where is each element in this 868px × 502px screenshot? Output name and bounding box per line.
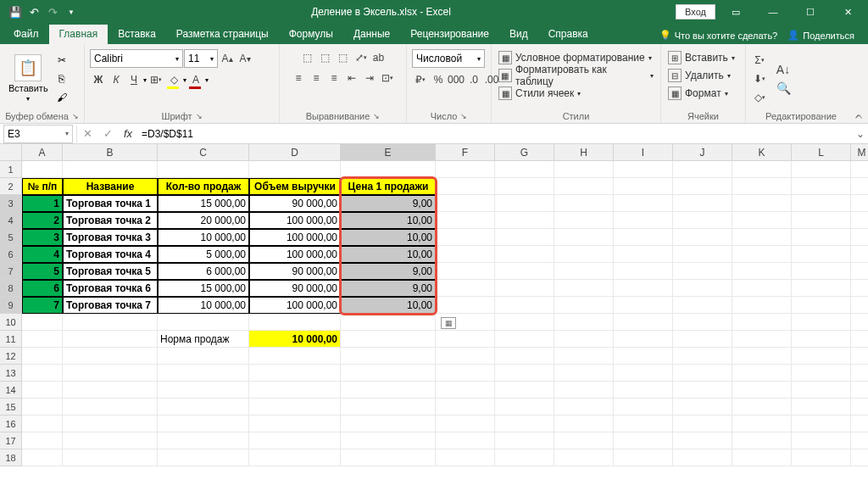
cell[interactable]	[673, 416, 732, 432]
cell[interactable]	[436, 365, 495, 382]
cut-icon[interactable]: ✂	[53, 52, 70, 69]
redo-icon[interactable]: ↷	[46, 5, 59, 19]
decrease-font-icon[interactable]: A▾	[236, 50, 253, 67]
login-button[interactable]: Вход	[676, 4, 715, 20]
cell[interactable]	[851, 229, 868, 246]
font-family-select[interactable]: Calibri▾	[90, 49, 183, 68]
cell[interactable]	[792, 280, 851, 297]
cell[interactable]	[792, 229, 851, 246]
cell[interactable]	[63, 331, 158, 348]
cell[interactable]	[554, 178, 614, 195]
cell[interactable]	[436, 263, 495, 280]
insert-cells-button[interactable]: ⊞Вставить▾	[666, 49, 737, 66]
paste-button[interactable]: 📋 Вставить ▾	[5, 53, 52, 104]
cell[interactable]	[554, 348, 614, 365]
font-launcher-icon[interactable]: ↘	[196, 112, 203, 120]
cell[interactable]	[495, 178, 554, 195]
cell[interactable]	[158, 382, 249, 399]
cell[interactable]	[554, 382, 614, 399]
cell[interactable]	[673, 432, 732, 449]
cell[interactable]	[673, 449, 732, 466]
cell[interactable]: 6 000,00	[158, 263, 249, 280]
cell[interactable]	[63, 399, 158, 416]
collapse-ribbon-icon[interactable]: ᨈ	[855, 110, 863, 121]
cell[interactable]	[158, 432, 249, 449]
copy-icon[interactable]: ⎘	[53, 70, 70, 87]
cell[interactable]	[63, 416, 158, 432]
cell[interactable]	[614, 399, 673, 416]
cell[interactable]	[158, 449, 249, 466]
format-painter-icon[interactable]: 🖌	[53, 89, 70, 106]
cell[interactable]: Торговая точка 3	[63, 229, 158, 246]
cell[interactable]	[614, 382, 673, 399]
cell[interactable]	[249, 416, 341, 432]
cell[interactable]: 3	[22, 229, 63, 246]
cell[interactable]	[495, 365, 554, 382]
cell[interactable]	[792, 297, 851, 314]
percent-icon[interactable]: %	[430, 71, 447, 88]
cell[interactable]	[673, 263, 732, 280]
cell[interactable]	[554, 399, 614, 416]
cell[interactable]	[851, 365, 868, 382]
cell[interactable]	[63, 314, 158, 331]
cell[interactable]: 9,00	[341, 195, 436, 212]
save-icon[interactable]: 💾	[8, 5, 22, 19]
align-top-icon[interactable]: ⬚	[299, 49, 316, 66]
cell[interactable]	[614, 229, 673, 246]
cell[interactable]	[792, 449, 851, 466]
cell[interactable]	[554, 229, 614, 246]
cell[interactable]	[851, 246, 868, 263]
cell[interactable]	[22, 449, 63, 466]
number-format-select[interactable]: Числовой▾	[412, 49, 485, 68]
cell[interactable]: 2	[22, 212, 63, 229]
cell[interactable]	[554, 263, 614, 280]
cell[interactable]	[249, 161, 341, 178]
cell[interactable]: 90 000,00	[249, 195, 341, 212]
row-header[interactable]: 12	[0, 348, 22, 365]
cell[interactable]	[554, 297, 614, 314]
cell[interactable]	[22, 382, 63, 399]
cell[interactable]	[614, 212, 673, 229]
indent-decrease-icon[interactable]: ⇤	[343, 70, 360, 86]
alignment-launcher-icon[interactable]: ↘	[373, 112, 380, 120]
select-all-corner[interactable]	[0, 144, 22, 161]
cell[interactable]: 9,00	[341, 263, 436, 280]
row-header[interactable]: 17	[0, 432, 22, 449]
cell[interactable]: 90 000,00	[249, 280, 341, 297]
cell[interactable]	[22, 348, 63, 365]
cell[interactable]: 7	[22, 297, 63, 314]
cell[interactable]	[554, 212, 614, 229]
cell[interactable]	[851, 178, 868, 195]
align-middle-icon[interactable]: ⬚	[317, 49, 334, 66]
cell[interactable]	[792, 212, 851, 229]
cell[interactable]: 10 000,00	[249, 331, 341, 348]
close-icon[interactable]: ✕	[831, 0, 865, 24]
cell[interactable]	[614, 432, 673, 449]
cell[interactable]	[792, 246, 851, 263]
cell[interactable]	[63, 432, 158, 449]
cell[interactable]	[436, 195, 495, 212]
cell[interactable]	[673, 195, 732, 212]
tab-formulas[interactable]: Формулы	[279, 25, 343, 44]
find-select-icon[interactable]: 🔍	[775, 80, 792, 97]
row-header[interactable]: 11	[0, 331, 22, 348]
row-header[interactable]: 14	[0, 382, 22, 399]
cell[interactable]	[495, 195, 554, 212]
row-header[interactable]: 2	[0, 178, 22, 195]
cell[interactable]	[673, 331, 732, 348]
cell[interactable]	[792, 314, 851, 331]
cell[interactable]	[614, 348, 673, 365]
cell[interactable]	[436, 280, 495, 297]
align-left-icon[interactable]: ≡	[290, 70, 307, 86]
cell[interactable]	[495, 229, 554, 246]
cell[interactable]: Торговая точка 1	[63, 195, 158, 212]
cell[interactable]	[63, 161, 158, 178]
cell[interactable]	[249, 365, 341, 382]
cell[interactable]	[614, 314, 673, 331]
col-header[interactable]: A	[22, 144, 63, 161]
increase-decimal-icon[interactable]: .0	[465, 71, 482, 88]
col-header[interactable]: J	[673, 144, 732, 161]
tell-me-button[interactable]: 💡 Что вы хотите сделать?	[659, 30, 778, 41]
tab-view[interactable]: Вид	[499, 25, 538, 44]
cell[interactable]	[436, 161, 495, 178]
